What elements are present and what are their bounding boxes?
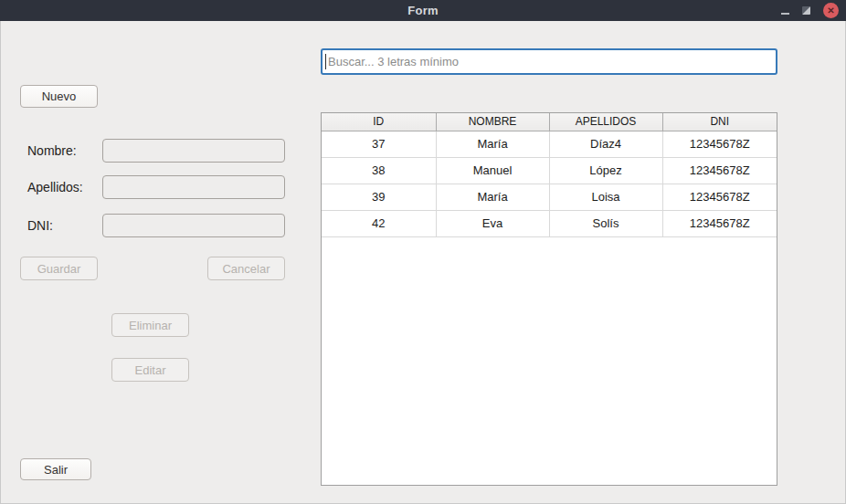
- table-row[interactable]: 38 Manuel López 12345678Z: [322, 157, 777, 184]
- guardar-button[interactable]: Guardar: [20, 257, 98, 280]
- eliminar-button[interactable]: Eliminar: [111, 313, 189, 337]
- titlebar[interactable]: Form ✕: [0, 0, 846, 21]
- cell-nombre[interactable]: Eva: [436, 210, 549, 236]
- table-row[interactable]: 39 María Loisa 12345678Z: [322, 184, 777, 210]
- table-header-row: ID NOMBRE APELLIDOS DNI: [322, 113, 777, 131]
- nombre-label: Nombre:: [27, 139, 77, 163]
- dni-field[interactable]: [102, 214, 285, 237]
- search-input[interactable]: [321, 48, 777, 75]
- app-window: Form ✕ Nuevo Nombre: Apellidos: DNI: Gua…: [0, 0, 846, 504]
- dni-label: DNI:: [27, 214, 53, 237]
- cell-dni[interactable]: 12345678Z: [662, 157, 777, 184]
- cell-apellidos[interactable]: Díaz4: [549, 131, 662, 157]
- salir-button[interactable]: Salir: [20, 458, 91, 480]
- cell-apellidos[interactable]: Loisa: [549, 184, 662, 210]
- cell-apellidos[interactable]: López: [549, 157, 662, 184]
- cell-nombre[interactable]: María: [436, 131, 549, 157]
- cell-dni[interactable]: 12345678Z: [662, 210, 777, 236]
- search-container: [321, 48, 777, 75]
- header-dni[interactable]: DNI: [662, 113, 777, 131]
- cancelar-button[interactable]: Cancelar: [207, 257, 285, 280]
- table-row[interactable]: 37 María Díaz4 12345678Z: [322, 131, 777, 157]
- close-icon[interactable]: ✕: [823, 3, 839, 18]
- window-content: Nuevo Nombre: Apellidos: DNI: Guardar Ca…: [0, 21, 846, 504]
- cell-dni[interactable]: 12345678Z: [662, 184, 777, 210]
- apellidos-field[interactable]: [102, 175, 285, 199]
- results-table: ID NOMBRE APELLIDOS DNI 37 María Díaz4 1…: [322, 113, 777, 237]
- cell-id[interactable]: 38: [322, 157, 436, 184]
- text-caret: [325, 54, 326, 69]
- header-nombre[interactable]: NOMBRE: [436, 113, 549, 131]
- window-title: Form: [407, 4, 438, 17]
- table-row[interactable]: 42 Eva Solís 12345678Z: [322, 210, 777, 236]
- restore-icon[interactable]: [802, 6, 810, 15]
- apellidos-label: Apellidos:: [27, 175, 83, 199]
- cell-id[interactable]: 42: [322, 210, 436, 236]
- header-id[interactable]: ID: [322, 113, 436, 131]
- cell-nombre[interactable]: María: [436, 184, 549, 210]
- editar-button[interactable]: Editar: [111, 358, 189, 382]
- nombre-field[interactable]: [102, 139, 285, 163]
- nuevo-button[interactable]: Nuevo: [20, 85, 98, 108]
- header-apellidos[interactable]: APELLIDOS: [549, 113, 662, 131]
- window-controls: ✕: [781, 0, 839, 21]
- results-table-container[interactable]: ID NOMBRE APELLIDOS DNI 37 María Díaz4 1…: [321, 112, 777, 486]
- cell-id[interactable]: 37: [322, 131, 436, 157]
- minimize-icon[interactable]: [781, 13, 789, 15]
- cell-nombre[interactable]: Manuel: [436, 157, 549, 184]
- cell-id[interactable]: 39: [322, 184, 436, 210]
- cell-apellidos[interactable]: Solís: [549, 210, 662, 236]
- cell-dni[interactable]: 12345678Z: [662, 131, 777, 157]
